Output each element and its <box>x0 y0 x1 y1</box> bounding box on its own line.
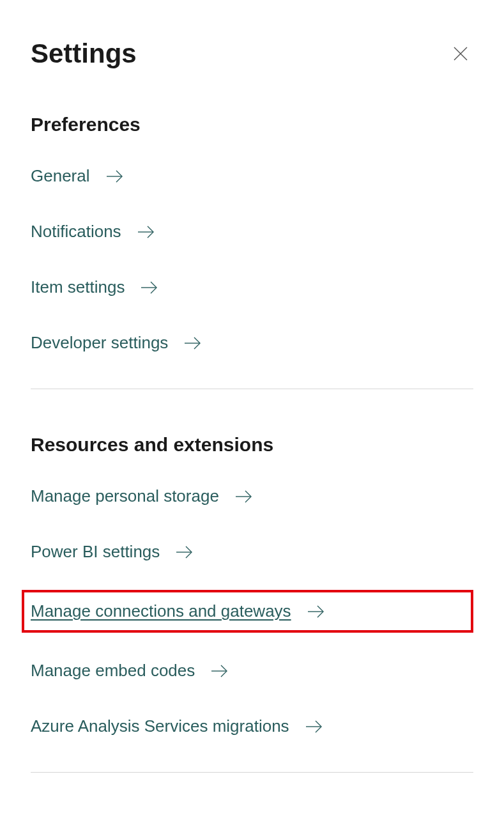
arrow-right-icon <box>305 719 324 734</box>
highlighted-annotation: Manage connections and gateways <box>22 590 473 633</box>
page-title: Settings <box>31 38 137 69</box>
link-label: Manage connections and gateways <box>31 601 291 621</box>
close-icon <box>451 44 470 63</box>
arrow-right-icon <box>234 489 254 504</box>
manage-embed-codes-link[interactable]: Manage embed codes <box>31 661 229 681</box>
manage-personal-storage-link[interactable]: Manage personal storage <box>31 486 254 506</box>
item-settings-link[interactable]: Item settings <box>31 277 159 297</box>
link-label: Azure Analysis Services migrations <box>31 716 289 736</box>
resources-heading: Resources and extensions <box>31 434 473 456</box>
arrow-right-icon <box>307 604 326 619</box>
preferences-section: Preferences General Notifications Item s… <box>31 114 473 353</box>
general-link[interactable]: General <box>31 166 125 186</box>
arrow-right-icon <box>137 224 156 240</box>
section-divider <box>31 772 473 773</box>
preferences-heading: Preferences <box>31 114 473 135</box>
link-label: Manage personal storage <box>31 486 219 506</box>
arrow-right-icon <box>175 544 194 560</box>
link-label: Notifications <box>31 222 121 242</box>
notifications-link[interactable]: Notifications <box>31 222 156 242</box>
resources-section: Resources and extensions Manage personal… <box>31 434 473 736</box>
arrow-right-icon <box>183 336 202 351</box>
link-label: Power BI settings <box>31 542 160 562</box>
section-divider <box>31 389 473 389</box>
link-label: Item settings <box>31 277 125 297</box>
link-label: Manage embed codes <box>31 661 195 681</box>
arrow-right-icon <box>140 280 159 295</box>
arrow-right-icon <box>210 663 229 679</box>
power-bi-settings-link[interactable]: Power BI settings <box>31 542 194 562</box>
link-label: General <box>31 166 90 186</box>
developer-settings-link[interactable]: Developer settings <box>31 333 202 353</box>
close-button[interactable] <box>448 41 473 66</box>
settings-header: Settings <box>31 38 473 69</box>
azure-analysis-services-link[interactable]: Azure Analysis Services migrations <box>31 716 324 736</box>
arrow-right-icon <box>105 169 125 184</box>
link-label: Developer settings <box>31 333 168 353</box>
manage-connections-gateways-link[interactable]: Manage connections and gateways <box>31 601 326 621</box>
